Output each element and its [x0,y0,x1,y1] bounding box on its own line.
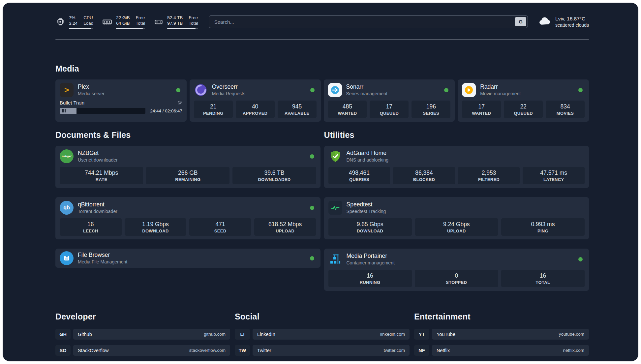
stat-tile: 2,953FILTERED [458,167,520,184]
stat-tile: 22QUEUED [504,101,543,118]
stat-tile: 17QUEUED [370,101,409,118]
bookmark-name: Twitter [257,348,271,353]
seek-bar[interactable] [60,108,145,114]
section-title-social: Social [235,312,410,321]
nzbget-card[interactable]: nzbget NZBGet Usenet downloader 744.21 M… [55,146,320,188]
cpu-sublabel: Load [83,20,93,26]
stat-tile: 9.65 GbpsDOWNLOAD [328,218,412,236]
stat-tile: 834MOVIES [546,101,585,118]
plex-card[interactable]: > Plex Media server Bullet Train 24:44 / [55,79,187,122]
topbar: 7% 3.24 CPU Load 22 GiB [55,13,589,30]
storage-free: 52.4 TB [167,15,183,20]
qbittorrent-card[interactable]: qb qBittorrent Torrent downloader 16LEEC… [55,197,320,239]
dashboard-root: 7% 3.24 CPU Load 22 GiB [3,3,638,361]
app-desc: Media Requests [212,91,245,97]
pause-icon[interactable] [62,109,66,112]
cloud-icon [538,15,551,29]
app-name: Speedtest [347,201,386,208]
app-desc: Torrent downloader [78,209,117,214]
weather-widget: Lviv, 16.87°C scattered clouds [538,15,589,29]
app-desc: Usenet downloader [78,157,118,163]
app-name: Media Portainer [347,253,395,259]
stat-tile: 196SERIES [412,101,450,118]
bookmark-stackoverflow[interactable]: SO StackOverflowstackoverflow.com [55,345,230,356]
memory-free-label: Free [136,15,145,20]
sonarr-card[interactable]: Sonarr Series management 485WANTED 17QUE… [324,79,455,122]
app-desc: Movie management [480,91,521,97]
nzbget-icon: nzbget [60,149,74,163]
filebrowser-icon [60,251,74,265]
app-desc: Media File Management [78,259,127,265]
app-desc: Container management [347,260,395,266]
settings-gear-icon[interactable] [177,100,182,105]
radarr-icon [462,83,476,97]
section-title-media: Media [55,64,589,74]
sonarr-icon [328,83,342,97]
bookmark-abbr: GH [55,329,71,340]
section-title-entertainment: Entertainment [414,312,589,321]
search-input[interactable] [209,15,528,28]
app-desc: DNS and adblocking [347,157,389,163]
app-name: Overseerr [212,83,245,90]
stat-tile: 21PENDING [194,101,233,118]
stat-tile: 1.19 GbpsDOWNLOAD [125,218,187,236]
bookmark-github[interactable]: GH Githubgithub.com [55,329,230,340]
adguard-shield-icon [328,149,342,163]
entertainment-bookmarks: Entertainment YT YouTubeyoutube.com NF N… [414,291,589,361]
memory-total: 64 GiB [116,20,130,26]
stat-tile: 485WANTED [328,101,367,118]
bookmark-url: netflix.com [563,348,584,353]
stat-tile: 40APPROVED [236,101,275,118]
playback-time: 24:44 / 02:06:47 [150,108,182,113]
filebrowser-card[interactable]: File Browser Media File Management [55,249,320,268]
speedtest-card[interactable]: Speedtest Speedtest Tracking 9.65 GbpsDO… [324,197,589,239]
app-desc: Speedtest Tracking [347,209,386,214]
speedtest-icon [328,201,342,215]
status-dot [310,206,314,210]
memory-total-label: Total [136,20,145,26]
status-dot [176,88,180,92]
bookmark-abbr: YT [414,329,429,340]
app-name: Plex [78,83,105,90]
bookmark-name: LinkedIn [257,332,275,337]
adguard-card[interactable]: AdGuard Home DNS and adblocking 498,461Q… [324,146,589,188]
search-bar: G [209,15,528,28]
bookmark-reddit[interactable]: RE Redditreddit.com [414,361,589,361]
weather-location: Lviv, 16.87°C [555,15,589,22]
overseerr-card[interactable]: Overseerr Media Requests 21PENDING 40APP… [190,79,321,122]
developer-bookmarks: Developer GH Githubgithub.com SO StackOv… [55,291,230,361]
stat-tile: 0STOPPED [415,270,498,287]
bookmark-netflix[interactable]: NF Netflixnetflix.com [414,345,589,356]
stat-tile: 0.993 msPING [501,218,585,236]
memory-icon [102,16,112,27]
bookmark-twitter[interactable]: TW Twittertwitter.com [235,345,410,356]
bookmark-url: stackoverflow.com [189,348,226,353]
storage-widget: 52.4 TB 97.9 TB Free Total [154,15,198,29]
bookmark-dev[interactable]: DT DEVdev.to [55,361,230,361]
bookmark-abbr: SO [55,345,71,356]
bookmark-linkedin[interactable]: LI LinkedInlinkedin.com [235,329,410,340]
bookmark-youtube[interactable]: YT YouTubeyoutube.com [414,329,589,340]
search-engine-button[interactable]: G [515,17,526,26]
portainer-card[interactable]: Media Portainer Container management 16R… [324,249,589,291]
status-dot [444,88,448,92]
storage-total-label: Total [189,20,198,26]
cpu-label: CPU [83,15,93,20]
stat-tile: 16RUNNING [328,270,412,287]
app-name: NZBGet [78,150,118,157]
stat-tile: 47.571 msLATENCY [523,167,585,184]
status-dot [310,154,314,159]
stat-tile: 39.6 TBDOWNLOADED [232,167,316,184]
app-name: File Browser [78,252,127,258]
app-desc: Media server [78,91,105,97]
stat-tile: 16LEECH [60,218,122,236]
stat-tile: 618.52 MbpsUPLOAD [254,218,316,236]
storage-icon [154,17,164,27]
overseerr-icon [194,83,208,97]
storage-total: 97.9 TB [167,20,183,26]
media-grid: > Plex Media server Bullet Train 24:44 / [55,79,589,122]
utilities-section: Utilities AdGuard Home DNS and adblockin… [324,122,589,291]
radarr-card[interactable]: Radarr Movie management 17WANTED 22QUEUE… [458,79,589,122]
plex-icon: > [60,83,74,97]
bookmark-url: linkedin.com [380,332,405,337]
